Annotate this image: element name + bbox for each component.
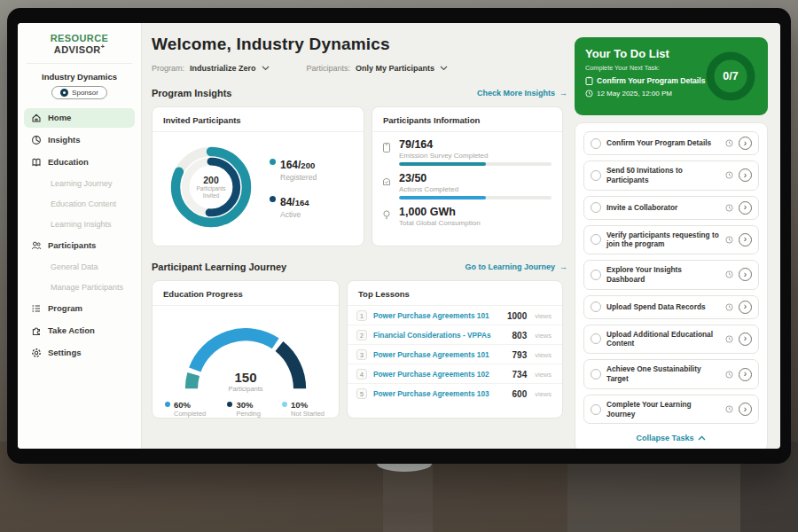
sidebar-item-label: Participants — [48, 240, 96, 250]
todo-task[interactable]: Upload Spend Data Records › — [583, 295, 759, 319]
task-checkbox[interactable] — [591, 234, 601, 245]
monitor-stand — [383, 461, 433, 532]
clock-icon — [725, 371, 733, 379]
sidebar-item-learning-insights[interactable]: Learning Insights — [24, 215, 135, 233]
lesson-views: 793 — [512, 350, 528, 360]
metric-value: 79/164 — [399, 138, 552, 151]
sidebar-item-learning-journey[interactable]: Learning Journey — [24, 175, 135, 192]
legend-item-active: 84/164 Active — [270, 193, 317, 219]
chevron-down-icon[interactable] — [440, 66, 448, 71]
lesson-row: 5 Power Purchase Agreements 103 600views — [348, 384, 562, 403]
task-label: Complete Your Learning Journey — [606, 400, 720, 419]
chevron-down-icon[interactable] — [262, 66, 270, 71]
lesson-views-unit: views — [535, 351, 552, 359]
survey-icon — [381, 142, 392, 153]
clock-icon — [725, 171, 733, 179]
sidebar-item-manage-participants[interactable]: Manage Participants — [24, 278, 135, 296]
task-checkbox[interactable] — [591, 333, 601, 344]
participants-filter-value[interactable]: Only My Participants — [356, 64, 434, 73]
todo-hero-card: Your To Do List Complete Your Next Task:… — [575, 37, 768, 115]
legend-dot — [227, 402, 232, 407]
sidebar-item-home[interactable]: Home — [24, 108, 135, 128]
clock-icon — [725, 204, 733, 212]
sidebar-item-label: Learning Insights — [51, 220, 112, 229]
lesson-rank-badge: 1 — [356, 310, 367, 321]
chevron-right-icon[interactable]: › — [739, 301, 752, 314]
lesson-title-link[interactable]: Power Purchase Agreements 102 — [373, 370, 506, 379]
todo-task[interactable]: Upload Additional Educational Content › — [583, 325, 759, 355]
sidebar-item-participants[interactable]: Participants — [24, 236, 135, 255]
task-checkbox[interactable] — [591, 404, 601, 415]
progress-fill — [399, 162, 486, 166]
todo-task-list: Confirm Your Program Details › Send 50 I… — [575, 122, 768, 449]
card-title: Education Progress — [153, 281, 339, 306]
card-title: Top Lessons — [348, 281, 562, 306]
monitor-bezel: RESOURCE ADVISOR+ Industry Dynamics Spon… — [7, 8, 791, 464]
sponsor-badge-label: Sponsor — [72, 89, 98, 97]
collapse-tasks-link[interactable]: Collapse Tasks — [583, 429, 759, 449]
participants-icon — [31, 240, 42, 251]
lesson-row: 1 Power Purchase Agreements 101 1000view… — [348, 306, 562, 325]
chevron-right-icon[interactable]: › — [739, 332, 752, 346]
link-label: Check More Insights — [477, 89, 555, 98]
invited-donut-chart: 200 Participants Invited — [161, 137, 261, 237]
program-filter-value[interactable]: Industrialize Zero — [190, 64, 256, 73]
todo-task[interactable]: Invite a Collaborator › — [583, 196, 759, 220]
logo-secondary: ADVISOR — [54, 44, 101, 55]
sponsor-badge[interactable]: Sponsor — [51, 86, 107, 99]
lesson-views-unit: views — [535, 312, 552, 320]
chevron-right-icon[interactable]: › — [739, 168, 752, 182]
todo-task[interactable]: Achieve One Sustainability Target › — [583, 359, 759, 389]
todo-task[interactable]: Complete Your Learning Journey › — [583, 395, 759, 425]
lesson-title-link[interactable]: Power Purchase Agreements 101 — [373, 311, 501, 320]
todo-due-date: 12 May 2025, 12:00 PM — [597, 90, 672, 98]
arrow-right-icon: → — [559, 89, 567, 98]
sidebar-item-general-data[interactable]: General Data — [24, 258, 135, 276]
task-checkbox[interactable] — [591, 369, 601, 379]
org-name: Industry Dynamics — [18, 72, 141, 82]
task-checkbox[interactable] — [591, 301, 601, 312]
sidebar-item-label: Program — [48, 303, 82, 313]
sidebar-item-education-content[interactable]: Education Content — [24, 195, 135, 213]
task-checkbox[interactable] — [591, 170, 601, 181]
lesson-rank-badge: 5 — [356, 388, 367, 399]
todo-task[interactable]: Explore Your Insights Dashboard › — [583, 260, 759, 290]
sidebar-item-label: Insights — [48, 135, 80, 145]
sidebar-item-insights[interactable]: Insights — [24, 130, 135, 150]
legend-dot — [270, 159, 276, 165]
chevron-right-icon[interactable]: › — [739, 268, 752, 281]
sidebar-item-education[interactable]: Education — [24, 153, 135, 172]
todo-task[interactable]: Send 50 Invitations to Participants › — [583, 160, 759, 191]
task-label: Upload Additional Educational Content — [606, 330, 720, 349]
clipboard-icon — [585, 76, 593, 85]
clock-icon — [725, 236, 733, 244]
lesson-title-link[interactable]: Power Purchase Agreements 101 — [373, 350, 506, 359]
bulb-icon — [381, 209, 392, 221]
chevron-right-icon[interactable]: › — [739, 201, 752, 215]
todo-progress-ring: 0/7 — [704, 50, 757, 103]
task-checkbox[interactable] — [591, 270, 601, 280]
legend-label: Not Started — [291, 410, 325, 418]
sidebar-item-take-action[interactable]: Take Action — [24, 321, 135, 340]
sidebar-item-program[interactable]: Program — [24, 299, 135, 318]
go-to-learning-journey-link[interactable]: Go to Learning Journey → — [465, 262, 567, 271]
legend-value: 60% — [174, 400, 206, 410]
take-action-icon — [31, 325, 42, 336]
chevron-right-icon[interactable]: › — [739, 233, 752, 246]
lesson-views-unit: views — [535, 390, 552, 398]
clock-icon — [725, 335, 733, 343]
lesson-title-link[interactable]: Power Purchase Agreements 103 — [373, 389, 506, 398]
lesson-title-link[interactable]: Financial Considerations - VPPAs — [373, 331, 506, 340]
todo-task[interactable]: Verify participants requesting to join t… — [583, 225, 759, 255]
chevron-right-icon[interactable]: › — [739, 368, 752, 381]
task-checkbox[interactable] — [591, 202, 601, 213]
task-label: Confirm Your Program Details — [606, 138, 720, 148]
todo-task[interactable]: Confirm Your Program Details › — [583, 131, 759, 155]
metric-total-consumption: 1,000 GWh Total Global Consumption — [381, 206, 552, 230]
chevron-right-icon[interactable]: › — [739, 403, 752, 416]
chevron-right-icon[interactable]: › — [739, 137, 752, 150]
task-checkbox[interactable] — [591, 138, 601, 149]
sidebar-item-settings[interactable]: Settings — [24, 343, 135, 363]
legend-item-registered: 164/200 Registered — [270, 156, 317, 182]
check-more-insights-link[interactable]: Check More Insights → — [477, 89, 567, 98]
